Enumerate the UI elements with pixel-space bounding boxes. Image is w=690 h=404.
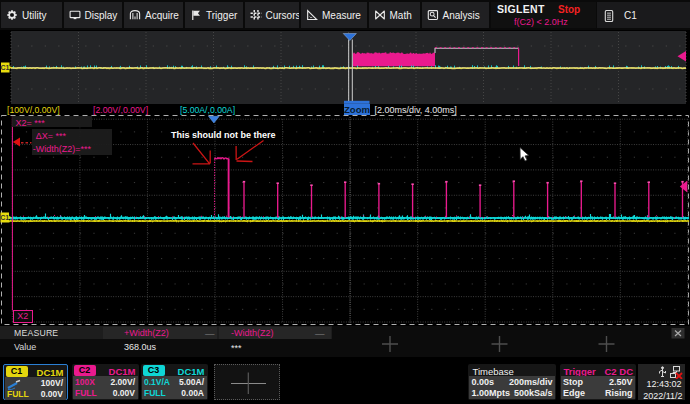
svg-text:C1: C1 [0, 214, 9, 221]
